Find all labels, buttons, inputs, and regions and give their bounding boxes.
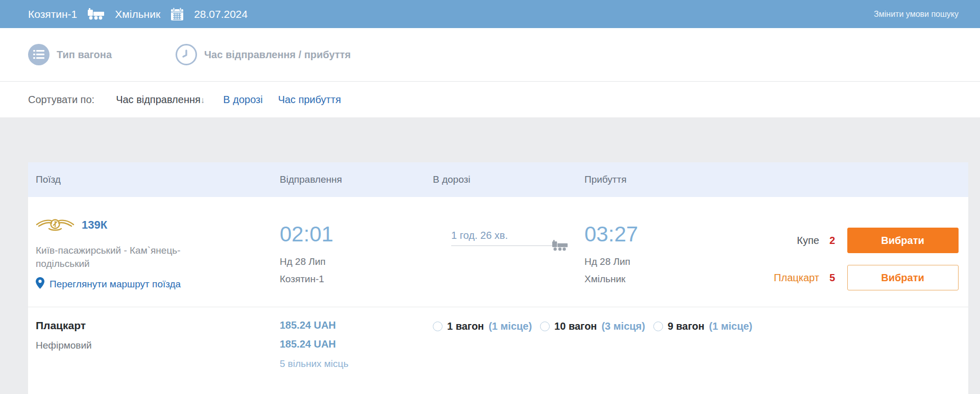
train-name: Київ-пасажирський - Кам`янець-подільськи… — [36, 244, 212, 270]
fare-class-name: Плацкарт — [36, 319, 280, 332]
seat-class-kupe: Купе 2 — [725, 228, 837, 253]
choose-kupe-button[interactable]: Вибрати — [847, 228, 959, 253]
filter-wagon-type-label: Тип вагона — [57, 49, 112, 61]
header-departure: Відправлення — [280, 174, 433, 185]
wagon-option-10[interactable]: 10 вагон (3 місця) — [540, 321, 645, 332]
seat-class-kupe-label: Купе — [797, 235, 819, 247]
results-area: Поїзд Відправлення В дорозі Прибуття — [0, 117, 980, 394]
departure-station: Козятин-1 — [280, 274, 433, 285]
header-train: Поїзд — [36, 174, 280, 185]
seat-class-platskart: Плацкарт 5 — [725, 265, 837, 290]
fare-price-full: 185.24 UAH — [280, 319, 433, 331]
train-icon — [87, 8, 105, 20]
choose-buttons: Вибрати Вибрати — [837, 216, 968, 291]
wagon-option-1[interactable]: 1 вагон (1 місце) — [433, 321, 532, 332]
arrival-date: Нд 28 Лип — [584, 256, 725, 267]
header-arrival: Прибуття — [584, 174, 725, 185]
sort-option-arrival[interactable]: Час прибуття — [278, 94, 341, 106]
sort-option-departure[interactable]: Час відправлення↓ — [116, 94, 205, 106]
train-result-card: Поїзд Відправлення В дорозі Прибуття — [28, 162, 968, 394]
fare-class-type: Нефірмовий — [36, 340, 280, 351]
seat-class-platskart-label: Плацкарт — [774, 272, 819, 284]
route-summary: Козятин-1 Хмільник — [28, 8, 248, 21]
filter-time-label: Час відправлення / прибуття — [204, 49, 351, 61]
duration-track-line — [451, 245, 553, 246]
calendar-icon — [170, 8, 184, 21]
fare-price: 185.24 UAH — [280, 338, 433, 350]
seat-class-platskart-count: 5 — [829, 272, 837, 284]
filter-bar: Тип вагона Час відправлення / прибуття — [0, 28, 980, 82]
location-pin-icon — [36, 277, 44, 291]
fare-price-info: 185.24 UAH 185.24 UAH 5 вільних місць — [280, 319, 433, 370]
seat-class-kupe-count: 2 — [829, 235, 837, 247]
train-info: 139К Київ-пасажирський - Кам`янець-поділ… — [36, 216, 280, 291]
fare-class-info: Плацкарт Нефірмовий — [36, 319, 280, 370]
clock-icon — [176, 44, 197, 65]
filter-wagon-type[interactable]: Тип вагона — [28, 44, 112, 65]
departure-date: Нд 28 Лип — [280, 256, 433, 267]
train-number: 139К — [82, 218, 107, 232]
change-search-link[interactable]: Змінити умови пошуку — [874, 10, 959, 19]
railway-logo-icon — [36, 216, 75, 234]
train-row: 139К Київ-пасажирський - Кам`янець-поділ… — [28, 197, 968, 307]
list-icon — [28, 44, 50, 65]
view-route-link[interactable]: Переглянути маршрут поїзда — [36, 277, 280, 291]
sort-option-duration[interactable]: В дорозі — [223, 94, 262, 106]
arrival-time: 03:27 — [584, 224, 725, 245]
train-progress-icon — [552, 240, 568, 254]
seat-availability: Купе 2 Плацкарт 5 — [725, 216, 837, 291]
results-header-row: Поїзд Відправлення В дорозі Прибуття — [28, 162, 968, 197]
sort-direction-arrow: ↓ — [201, 95, 205, 105]
header-duration: В дорозі — [433, 174, 584, 185]
search-summary-bar: Козятин-1 Хмільник — [0, 0, 980, 28]
wagon-9-radio[interactable] — [653, 322, 663, 331]
choose-platskart-button[interactable]: Вибрати — [847, 265, 959, 290]
wagon-options: 1 вагон (1 місце) 10 вагон (3 місця) 9 в… — [433, 319, 968, 370]
sort-label: Сортувати по: — [28, 94, 94, 106]
arrival-station: Хмільник — [584, 274, 725, 285]
from-station: Козятин-1 — [28, 8, 77, 20]
arrival-info: 03:27 Нд 28 Лип Хмільник — [584, 216, 725, 291]
duration-info: 1 год. 26 хв. — [433, 230, 584, 291]
to-station: Хмільник — [115, 8, 160, 20]
sort-bar: Сортувати по: Час відправлення↓ В дорозі… — [0, 82, 980, 117]
wagon-10-radio[interactable] — [540, 322, 550, 331]
departure-time: 02:01 — [280, 224, 433, 245]
departure-info: 02:01 Нд 28 Лип Козятин-1 — [280, 216, 433, 291]
wagon-1-radio[interactable] — [433, 322, 443, 331]
wagon-option-9[interactable]: 9 вагон (1 місце) — [653, 321, 752, 332]
fare-free-seats: 5 вільних місць — [280, 358, 433, 370]
travel-date: 28.07.2024 — [194, 8, 248, 20]
fare-row: Плацкарт Нефірмовий 185.24 UAH 185.24 UA… — [28, 307, 968, 370]
filter-time[interactable]: Час відправлення / прибуття — [176, 44, 351, 65]
